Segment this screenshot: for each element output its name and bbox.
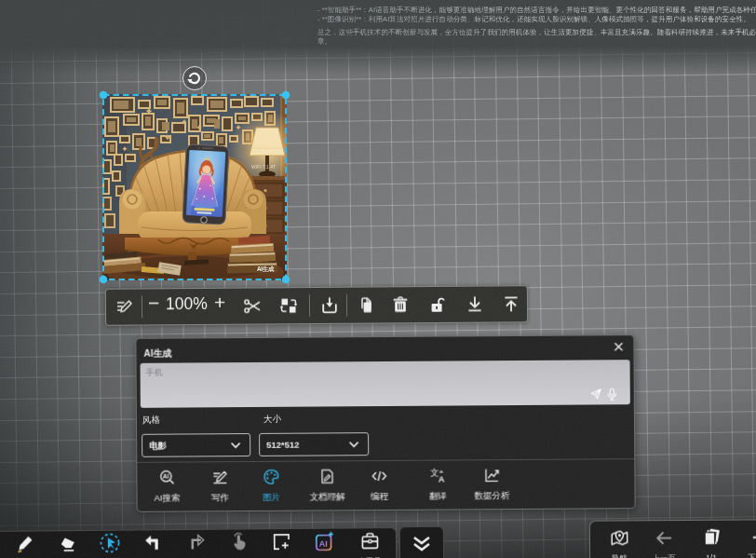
svg-text:AI: AI	[318, 539, 327, 549]
svg-text:AI: AI	[163, 473, 169, 480]
svg-text:A: A	[439, 475, 445, 484]
